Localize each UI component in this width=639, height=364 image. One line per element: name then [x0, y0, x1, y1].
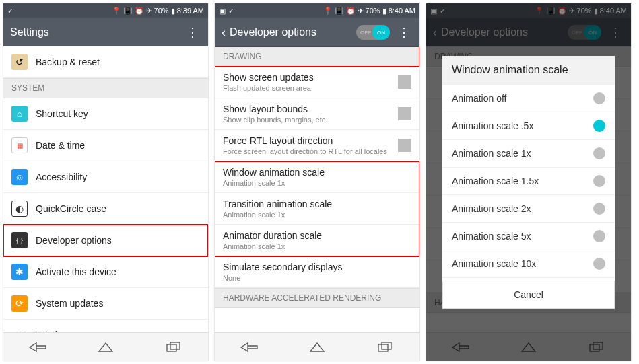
calendar-icon: ▦ [11, 137, 28, 153]
printer-icon: 🖨 [11, 327, 28, 332]
battery-pct: 70% [154, 7, 169, 15]
backup-icon: ↺ [11, 54, 28, 70]
radio[interactable] [593, 175, 605, 187]
option-scale-5x[interactable]: Animation scale 5x [442, 223, 615, 250]
back-button[interactable] [27, 340, 48, 354]
devoptions-toggle[interactable]: OFF ON [356, 25, 390, 40]
option-scale-2x[interactable]: Animation scale 2x [442, 195, 615, 223]
label: Activate this device [36, 266, 200, 277]
label: QuickCircle case [36, 203, 200, 214]
label: Animator duration scale [223, 230, 411, 241]
vibrate-icon: 📳 [123, 7, 133, 15]
image-icon: ▣ [219, 7, 226, 15]
accessibility-icon: ☺ [11, 169, 28, 185]
radio-selected[interactable] [593, 120, 605, 132]
label: Transition animation scale [223, 198, 411, 209]
label: Show screen updates [223, 72, 398, 83]
label: Window animation scale [223, 167, 411, 178]
recent-button[interactable] [163, 340, 184, 354]
checkbox[interactable] [398, 75, 411, 89]
location-icon: 📍 [112, 7, 121, 15]
option-scale-15x[interactable]: Animation scale 1.5x [442, 168, 615, 195]
label: Animation off [452, 93, 593, 104]
checkbox[interactable] [398, 107, 411, 120]
row-animator-duration-scale[interactable]: Animator duration scaleAnimation scale 1… [215, 225, 419, 256]
row-transition-animation-scale[interactable]: Transition animation scaleAnimation scal… [215, 193, 419, 225]
option-animation-off[interactable]: Animation off [442, 85, 615, 112]
row-system-updates[interactable]: ⟳ System updates [3, 288, 208, 320]
toggle-off-label: OFF [360, 30, 371, 36]
app-bar: ‹ Developer options OFF ON ⋮ [215, 18, 419, 46]
svg-rect-2 [378, 344, 388, 351]
nav-bar [3, 332, 208, 361]
battery-pct: 70% [366, 7, 380, 15]
vibrate-icon: 📳 [335, 7, 344, 15]
dialog-screen: ▣ ✓ 📍 📳 ⏰ ✈ 70% ▮ 8:40 AM ‹ Developer op… [426, 3, 631, 361]
recent-button[interactable] [374, 340, 396, 354]
row-backup-reset[interactable]: ↺ Backup & reset [3, 46, 208, 78]
overflow-icon[interactable]: ⋮ [395, 25, 413, 40]
label: Animation scale 1.5x [452, 176, 593, 186]
activate-icon: ✱ [11, 264, 28, 280]
row-date-time[interactable]: ▦ Date & time [3, 130, 208, 161]
subtitle: Force screen layout direction to RTL for… [223, 147, 398, 155]
back-button[interactable] [238, 340, 260, 354]
option-scale-1x[interactable]: Animation scale 1x [442, 140, 615, 168]
row-quickcircle[interactable]: ◐ QuickCircle case [3, 193, 208, 225]
svg-rect-0 [167, 344, 176, 351]
row-show-layout-bounds[interactable]: Show layout boundsShow clip bounds, marg… [215, 98, 419, 130]
radio[interactable] [593, 147, 605, 159]
updates-icon: ⟳ [11, 295, 28, 312]
toggle-on-label: ON [372, 25, 390, 40]
svg-rect-1 [170, 342, 180, 349]
alarm-icon: ⏰ [135, 7, 144, 15]
checkbox[interactable] [398, 139, 411, 152]
label: Shortcut key [36, 108, 200, 119]
back-icon[interactable]: ‹ [222, 26, 226, 40]
subtitle: Animation scale 1x [223, 211, 411, 219]
home-button[interactable] [306, 340, 328, 354]
label: Backup & reset [36, 57, 200, 67]
label: Force RTL layout direction [223, 135, 398, 146]
label: Developer options [36, 235, 200, 246]
animation-scale-group: Window animation scaleAnimation scale 1x… [215, 161, 419, 256]
option-scale-05x[interactable]: Animation scale .5x [442, 112, 615, 140]
overflow-icon[interactable]: ⋮ [184, 25, 201, 40]
devoptions-screen: ▣ ✓ 📍 📳 ⏰ ✈ 70% ▮ 8:40 AM ‹ Developer op… [215, 3, 419, 361]
airplane-icon: ✈ [358, 7, 364, 15]
page-title: Settings [10, 26, 49, 38]
section-hw-rendering: HARDWARE ACCELERATED RENDERING [215, 288, 419, 308]
radio[interactable] [593, 258, 605, 270]
radio[interactable] [593, 203, 605, 215]
devoptions-list: DRAWING Show screen updatesFlash updated… [215, 46, 419, 332]
row-developer-options[interactable]: { } Developer options [3, 225, 208, 256]
clock: 8:39 AM [177, 7, 204, 15]
dialog-title: Window animation scale [442, 56, 615, 85]
label: System updates [36, 298, 200, 309]
svg-rect-3 [382, 342, 391, 349]
alarm-icon: ⏰ [346, 7, 356, 15]
row-activate-device[interactable]: ✱ Activate this device [3, 256, 208, 288]
row-printing[interactable]: 🖨 Printing [3, 320, 208, 332]
label: Animation scale 10x [452, 258, 593, 269]
cancel-button[interactable]: Cancel [442, 281, 615, 309]
radio[interactable] [593, 92, 605, 104]
subtitle: Show clip bounds, margins, etc. [223, 116, 398, 124]
option-scale-10x[interactable]: Animation scale 10x [442, 250, 615, 278]
row-force-rtl[interactable]: Force RTL layout directionForce screen l… [215, 130, 419, 161]
modal-overlay[interactable]: Window animation scale Animation off Ani… [426, 3, 631, 361]
label: Animation scale .5x [452, 120, 593, 131]
home-button[interactable] [95, 340, 116, 354]
row-simulate-secondary-displays[interactable]: Simulate secondary displaysNone [215, 256, 419, 288]
settings-screen: ✓ 📍 📳 ⏰ ✈ 70% ▮ 8:39 AM Settings ⋮ ↺ Bac… [3, 3, 208, 361]
shortcut-icon: ⌂ [11, 106, 28, 122]
row-show-screen-updates[interactable]: Show screen updatesFlash updated screen … [215, 67, 419, 98]
row-accessibility[interactable]: ☺ Accessibility [3, 161, 208, 193]
row-window-animation-scale[interactable]: Window animation scaleAnimation scale 1x [215, 161, 419, 193]
radio[interactable] [593, 230, 605, 242]
subtitle: Animation scale 1x [223, 179, 411, 187]
animation-scale-dialog: Window animation scale Animation off Ani… [442, 56, 615, 309]
label: Animation scale 5x [452, 231, 593, 242]
dialog-options: Animation off Animation scale .5x Animat… [442, 85, 615, 278]
row-shortcut-key[interactable]: ⌂ Shortcut key [3, 98, 208, 130]
